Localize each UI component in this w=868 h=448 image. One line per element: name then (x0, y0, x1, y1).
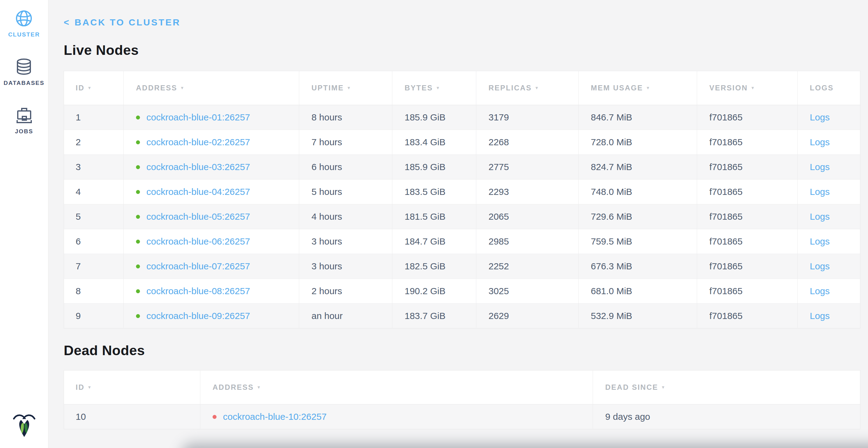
cockroachdb-admin-ui: CLUSTER DATABASES (0, 0, 868, 448)
sidebar-item-databases[interactable]: DATABASES (4, 58, 44, 86)
column-label: BYTES (405, 84, 433, 92)
node-address-link[interactable]: cockroach-blue-08:26257 (146, 286, 250, 296)
sidebar-item-jobs[interactable]: JOBS (15, 106, 33, 135)
logs-link[interactable]: Logs (810, 311, 830, 321)
cell-bytes: 183.7 GiB (392, 304, 476, 328)
node-address-link[interactable]: cockroach-blue-01:26257 (146, 112, 250, 122)
jobs-icon (15, 106, 33, 124)
table-row: 10cockroach-blue-10:262579 days ago (64, 405, 860, 429)
column-label: ADDRESS (213, 383, 254, 391)
cell-uptime: 8 hours (299, 105, 392, 130)
node-address-link[interactable]: cockroach-blue-09:26257 (146, 311, 250, 321)
logs-link[interactable]: Logs (810, 261, 830, 271)
cell-replicas: 3025 (476, 279, 579, 304)
cell-id: 2 (64, 130, 124, 155)
cell-address: cockroach-blue-02:26257 (124, 130, 299, 155)
column-header-uptime[interactable]: UPTIME▾ (299, 71, 392, 105)
sidebar-item-label: DATABASES (4, 80, 44, 86)
node-address-link[interactable]: cockroach-blue-02:26257 (146, 137, 250, 147)
logs-link[interactable]: Logs (810, 187, 830, 197)
cell-version: f701865 (697, 105, 798, 130)
live-nodes-table: ID▾ADDRESS▾UPTIME▾BYTES▾REPLICAS▾MEM USA… (64, 71, 860, 328)
node-status-dot (136, 289, 140, 293)
dead-nodes-title: Dead Nodes (64, 342, 868, 359)
cell-mem_usage: 728.0 MiB (579, 130, 697, 155)
sort-arrow-icon: ▾ (257, 385, 261, 390)
cell-address: cockroach-blue-07:26257 (124, 254, 299, 279)
logs-link[interactable]: Logs (810, 137, 830, 147)
sidebar-item-label: JOBS (15, 128, 33, 135)
logs-link[interactable]: Logs (810, 162, 830, 172)
column-label: MEM USAGE (591, 84, 643, 92)
column-header-id[interactable]: ID▾ (64, 71, 124, 105)
sort-arrow-icon: ▾ (647, 85, 650, 90)
node-status-dot (136, 314, 140, 318)
sidebar-item-cluster[interactable]: CLUSTER (8, 9, 40, 38)
logs-link[interactable]: Logs (810, 112, 830, 122)
table-row: 5cockroach-blue-05:262574 hours181.5 GiB… (64, 204, 860, 229)
cell-id: 1 (64, 105, 124, 130)
cell-mem_usage: 676.3 MiB (579, 254, 697, 279)
node-address-link[interactable]: cockroach-blue-10:26257 (223, 412, 327, 422)
table-row: 2cockroach-blue-02:262577 hours183.4 GiB… (64, 130, 860, 155)
cell-version: f701865 (697, 304, 798, 328)
cell-logs: Logs (798, 180, 860, 204)
sort-arrow-icon: ▾ (88, 85, 92, 90)
cell-mem_usage: 824.7 MiB (579, 155, 697, 180)
back-chevron-icon: < (64, 17, 70, 27)
column-label: ID (76, 383, 85, 391)
cell-logs: Logs (798, 155, 860, 180)
globe-icon (15, 9, 33, 28)
node-status-dot (136, 215, 140, 219)
cell-id: 10 (64, 405, 200, 429)
cell-version: f701865 (697, 279, 798, 304)
cell-mem_usage: 759.5 MiB (579, 229, 697, 254)
cell-replicas: 2293 (476, 180, 579, 204)
logs-link[interactable]: Logs (810, 236, 830, 246)
cell-replicas: 3179 (476, 105, 579, 130)
cell-address: cockroach-blue-08:26257 (124, 279, 299, 304)
sidebar: CLUSTER DATABASES (0, 0, 49, 448)
cockroachdb-logo-icon[interactable] (12, 413, 36, 438)
node-address-link[interactable]: cockroach-blue-06:26257 (146, 236, 250, 246)
cell-address: cockroach-blue-03:26257 (124, 155, 299, 180)
column-label: UPTIME (311, 84, 344, 92)
column-header-id[interactable]: ID▾ (64, 370, 200, 405)
cell-mem_usage: 532.9 MiB (579, 304, 697, 328)
cell-uptime: an hour (299, 304, 392, 328)
table-row: 8cockroach-blue-08:262572 hours190.2 GiB… (64, 279, 860, 304)
column-header-address[interactable]: ADDRESS▾ (200, 370, 593, 405)
column-header-replicas[interactable]: REPLICAS▾ (476, 71, 579, 105)
cell-logs: Logs (798, 254, 860, 279)
cell-id: 4 (64, 180, 124, 204)
node-status-dot (213, 415, 217, 419)
node-address-link[interactable]: cockroach-blue-03:26257 (146, 162, 250, 172)
node-address-link[interactable]: cockroach-blue-04:26257 (146, 187, 250, 197)
cell-bytes: 183.5 GiB (392, 180, 476, 204)
column-label: REPLICAS (489, 84, 532, 92)
cell-uptime: 5 hours (299, 180, 392, 204)
cell-version: f701865 (697, 130, 798, 155)
cell-uptime: 3 hours (299, 254, 392, 279)
cell-logs: Logs (798, 130, 860, 155)
cell-replicas: 2065 (476, 204, 579, 229)
column-header-address[interactable]: ADDRESS▾ (124, 71, 299, 105)
sort-arrow-icon: ▾ (752, 85, 755, 90)
cell-bytes: 190.2 GiB (392, 279, 476, 304)
node-address-link[interactable]: cockroach-blue-07:26257 (146, 261, 250, 271)
table-row: 9cockroach-blue-09:26257an hour183.7 GiB… (64, 304, 860, 328)
column-header-dead_since[interactable]: DEAD SINCE▾ (593, 370, 860, 405)
sort-arrow-icon: ▾ (348, 85, 351, 90)
node-address-link[interactable]: cockroach-blue-05:26257 (146, 211, 250, 221)
column-header-mem_usage[interactable]: MEM USAGE▾ (579, 71, 697, 105)
cell-id: 9 (64, 304, 124, 328)
cell-id: 3 (64, 155, 124, 180)
column-header-version[interactable]: VERSION▾ (697, 71, 798, 105)
back-to-cluster-link[interactable]: <BACK TO CLUSTER (64, 17, 181, 28)
cell-address: cockroach-blue-05:26257 (124, 204, 299, 229)
logs-link[interactable]: Logs (810, 286, 830, 296)
cell-replicas: 2775 (476, 155, 579, 180)
column-header-bytes[interactable]: BYTES▾ (392, 71, 476, 105)
logs-link[interactable]: Logs (810, 211, 830, 221)
sidebar-item-label: CLUSTER (8, 31, 40, 38)
